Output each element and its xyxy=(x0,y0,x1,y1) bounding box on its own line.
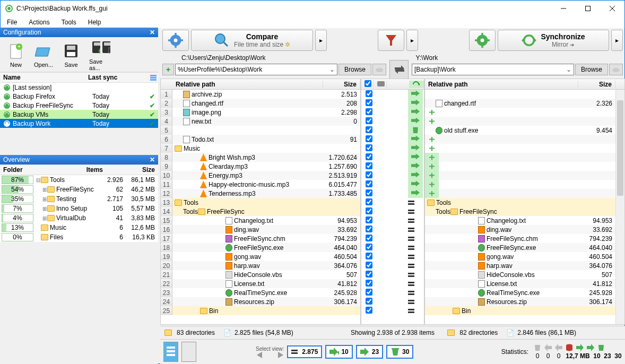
right-path-input[interactable]: [Backup]\Work⌄ xyxy=(412,64,574,75)
grid-row[interactable]: 18FreeFileSync.exe464.040 xyxy=(161,243,360,252)
overview-row[interactable]: 13%Music612,6 MB xyxy=(0,223,158,232)
action-row[interactable] xyxy=(361,234,424,243)
swap-button[interactable] xyxy=(389,60,409,79)
action-row[interactable] xyxy=(361,252,424,261)
view-equal-button[interactable]: 2.875 xyxy=(287,345,322,358)
sync-dropdown[interactable]: ▸ xyxy=(611,30,623,51)
grid-row[interactable]: 5 xyxy=(161,126,360,135)
action-row[interactable] xyxy=(361,171,424,180)
grid-row[interactable]: 22License.txt41.812 xyxy=(161,279,360,288)
grid-row[interactable]: 4new.txt0 xyxy=(161,117,360,126)
action-row[interactable] xyxy=(361,279,424,288)
col-options-icon[interactable] xyxy=(146,74,158,81)
action-row[interactable] xyxy=(361,297,424,306)
grid-row[interactable]: 6Todo.txt91 xyxy=(161,135,360,144)
config-row[interactable]: Backup WorkToday✔ xyxy=(0,119,158,128)
action-row[interactable] xyxy=(361,126,424,135)
action-row[interactable] xyxy=(361,144,424,153)
compare-button[interactable]: Compare File time and size ✲ xyxy=(191,30,313,51)
grid-row[interactable]: 13Tools xyxy=(161,198,360,207)
action-row[interactable] xyxy=(361,99,424,108)
grid-row[interactable]: 1archive.zip2.513 xyxy=(161,90,360,99)
synchronize-button[interactable]: Synchronize Mirror ➔ xyxy=(498,30,609,51)
add-pair-button[interactable]: + xyxy=(162,64,174,75)
menu-tools[interactable]: Tools xyxy=(59,18,79,27)
action-row[interactable] xyxy=(361,180,424,189)
grid-row[interactable]: 2changed.rtf208 xyxy=(161,99,360,108)
cloud-right-button[interactable] xyxy=(609,64,623,75)
open-button[interactable]: Open... xyxy=(31,40,56,69)
browse-right-button[interactable]: Browse xyxy=(575,64,608,75)
view-toggle-1[interactable] xyxy=(163,342,178,362)
overview-close-icon[interactable]: ✕ xyxy=(150,156,155,163)
grid-row[interactable]: 10Energy.mp32.513.919 xyxy=(161,171,360,180)
grid-row[interactable]: Tools FreeFileSync xyxy=(425,207,624,216)
sync-settings-button[interactable] xyxy=(469,30,496,51)
grid-row[interactable] xyxy=(425,108,624,117)
grid-row[interactable]: 7Music xyxy=(161,144,360,153)
save-button[interactable]: Save xyxy=(58,40,84,69)
config-row[interactable]: Backup FreeFileSyncToday✔ xyxy=(0,101,158,110)
grid-row[interactable] xyxy=(425,162,624,171)
grid-row[interactable]: 15Changelog.txt94.953 xyxy=(161,216,360,225)
scrollbar[interactable] xyxy=(615,90,624,324)
compare-dropdown[interactable]: ▸ xyxy=(315,30,327,51)
chevron-down-icon[interactable]: ⌄ xyxy=(329,66,335,73)
col-size[interactable]: Size xyxy=(578,81,615,88)
action-row[interactable] xyxy=(361,270,424,279)
grid-row[interactable]: changed.rtf2.326 xyxy=(425,99,624,108)
col-relpath[interactable]: Relative path xyxy=(425,81,578,88)
action-row[interactable] xyxy=(361,108,424,117)
grid-row[interactable]: 3image.png2.298 xyxy=(161,108,360,117)
action-row[interactable] xyxy=(361,306,424,315)
grid-row[interactable]: FreeFileSync.exe464.040 xyxy=(425,243,624,252)
grid-row[interactable] xyxy=(425,117,624,126)
grid-row[interactable]: 16ding.wav33.692 xyxy=(161,225,360,234)
grid-row[interactable]: 9Clearday.mp31.257.690 xyxy=(161,162,360,171)
grid-row[interactable]: Changelog.txt94.953 xyxy=(425,216,624,225)
cloud-left-button[interactable] xyxy=(372,64,386,75)
grid-row[interactable]: 11Happy-electronic-music.mp36.015.477 xyxy=(161,180,360,189)
grid-row[interactable] xyxy=(425,180,624,189)
action-row[interactable] xyxy=(361,117,424,126)
overview-row[interactable]: 87%⊟Tools2.92686,1 MB xyxy=(0,175,158,185)
col-last-sync[interactable]: Last sync xyxy=(85,74,146,81)
grid-row[interactable]: old stuff.exe9.454 xyxy=(425,126,624,135)
grid-row[interactable]: Tools xyxy=(425,198,624,207)
grid-row[interactable]: 8Bright Wish.mp31.720.624 xyxy=(161,153,360,162)
menu-file[interactable]: File xyxy=(5,18,19,27)
browse-left-button[interactable]: Browse xyxy=(338,64,371,75)
grid-row[interactable]: 21HideConsole.vbs507 xyxy=(161,270,360,279)
grid-row[interactable]: FreeFileSync.chm794.239 xyxy=(425,234,624,243)
grid-row[interactable]: 25Bin xyxy=(161,306,360,315)
grid-row[interactable]: Resources.zip306.174 xyxy=(425,297,624,306)
action-row[interactable] xyxy=(361,153,424,162)
grid-row[interactable]: 24Resources.zip306.174 xyxy=(161,297,360,306)
col-size[interactable]: Size xyxy=(323,81,360,88)
new-button[interactable]: + New xyxy=(3,40,29,69)
left-path-input[interactable]: %UserProfile%\Desktop\Work⌄ xyxy=(175,64,337,75)
overview-row[interactable]: 54%⊞FreeFileSync6246,2 MB xyxy=(0,185,158,194)
grid-row[interactable]: 17FreeFileSync.chm794.239 xyxy=(161,234,360,243)
grid-row[interactable]: 12Tenderness.mp31.733.485 xyxy=(161,189,360,198)
view-delete-button[interactable]: 30 xyxy=(386,345,413,359)
grid-row[interactable] xyxy=(425,90,624,99)
col-relpath[interactable]: Relative path xyxy=(172,81,323,88)
action-row[interactable] xyxy=(361,288,424,297)
action-row[interactable] xyxy=(361,135,424,144)
select-all-checkbox[interactable] xyxy=(364,80,371,87)
grid-row[interactable] xyxy=(425,171,624,180)
config-row[interactable]: Backup VMsToday✔ xyxy=(0,110,158,119)
config-row[interactable]: [Last session] xyxy=(0,83,158,92)
grid-row[interactable]: ding.wav33.692 xyxy=(425,225,624,234)
action-row[interactable] xyxy=(361,90,424,99)
view-create-button[interactable]: + 10 xyxy=(325,345,352,359)
overview-row[interactable]: 4%⊞VirtualDub413,83 MB xyxy=(0,213,158,223)
col-folder[interactable]: Folder xyxy=(0,166,74,174)
view-toggle-2[interactable] xyxy=(181,342,196,362)
compare-settings-button[interactable] xyxy=(162,30,189,51)
overview-row[interactable]: 0%Files616,3 KB xyxy=(0,232,158,242)
filter-dropdown[interactable]: ▸ xyxy=(406,30,418,51)
saveas-button[interactable]: Save as... xyxy=(86,37,116,72)
action-row[interactable] xyxy=(361,189,424,198)
